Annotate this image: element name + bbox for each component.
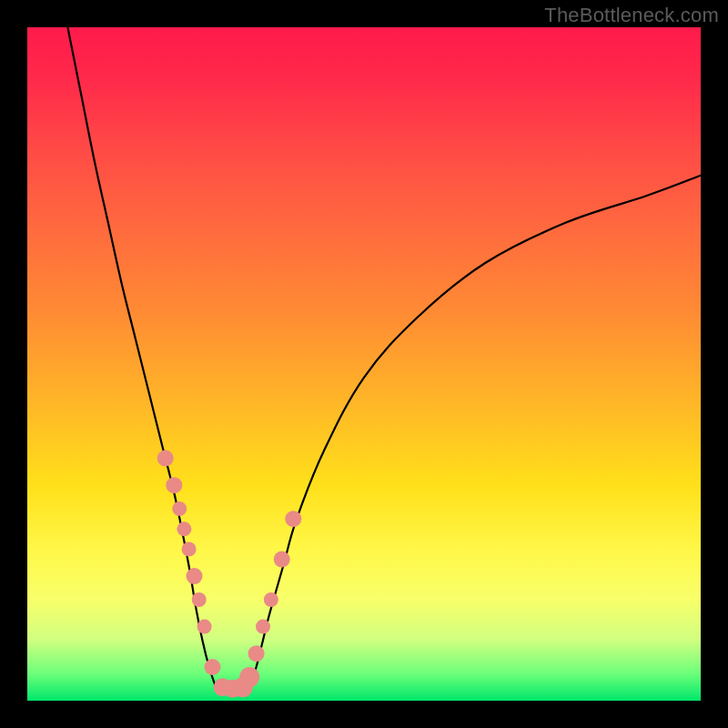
marker-dot [182,542,197,557]
left-curve [67,27,216,687]
marker-dot [157,450,174,467]
marker-dot [166,477,182,493]
marker-dot [197,620,212,634]
marker-dot [192,592,207,607]
plot-area [27,27,701,701]
marker-dot [187,568,203,584]
marker-dot [248,645,265,662]
marker-dot [205,659,221,675]
marker-dot [239,667,259,687]
marker-dots [157,450,302,698]
watermark-text: TheBottleneck.com [544,4,719,27]
marker-dot [285,511,301,527]
marker-dot [256,620,270,634]
marker-dot [177,521,191,536]
marker-dot [172,501,187,516]
marker-dot [264,592,278,607]
right-curve [249,176,701,687]
marker-dot [274,551,290,568]
chart-svg [27,27,701,701]
chart-frame: TheBottleneck.com [0,0,728,728]
